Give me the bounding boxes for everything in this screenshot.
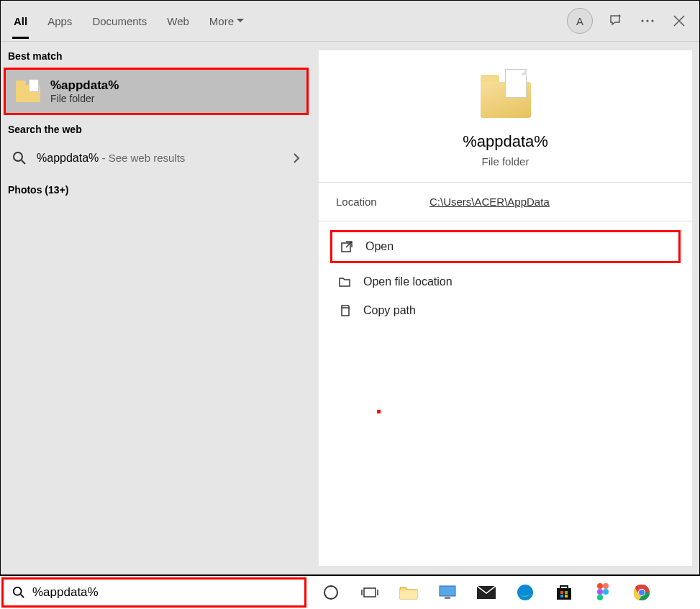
location-row: Location C:\Users\ACER\AppData	[319, 183, 692, 221]
svg-rect-18	[565, 595, 568, 597]
open-file-location-label: Open file location	[363, 275, 453, 288]
header: All Apps Documents Web More A	[1, 1, 699, 42]
copy-path-label: Copy path	[363, 304, 416, 317]
chevron-right-icon	[293, 152, 300, 164]
svg-point-13	[517, 585, 533, 600]
svg-point-20	[603, 583, 609, 589]
folder-icon	[481, 73, 531, 118]
svg-point-0	[641, 19, 643, 22]
feedback-icon[interactable]	[607, 12, 624, 29]
open-action[interactable]: Open	[330, 230, 681, 263]
tab-web[interactable]: Web	[165, 4, 191, 39]
svg-point-21	[597, 589, 603, 595]
best-match-text: %appdata% File folder	[50, 78, 119, 104]
edge-icon[interactable]	[514, 581, 537, 604]
web-result-term: %appdata%	[37, 152, 99, 164]
svg-rect-16	[565, 591, 568, 594]
svg-point-19	[597, 583, 603, 589]
location-value[interactable]: C:\Users\ACER\AppData	[429, 196, 550, 208]
more-options-icon[interactable]	[639, 12, 656, 29]
chevron-down-icon	[237, 19, 244, 23]
svg-rect-9	[400, 590, 417, 599]
web-result[interactable]: %appdata% - See web results	[1, 141, 312, 175]
task-view-icon[interactable]	[358, 581, 381, 604]
app-monitor-icon[interactable]	[436, 581, 459, 604]
tab-all[interactable]: All	[12, 4, 29, 39]
svg-point-1	[646, 19, 648, 22]
search-box[interactable]	[1, 577, 306, 608]
copy-icon	[337, 303, 352, 318]
open-label: Open	[365, 240, 394, 253]
results-panel: Best match %appdata% File folder Search …	[1, 42, 312, 574]
svg-rect-10	[440, 586, 455, 596]
copy-path-action[interactable]: Copy path	[330, 296, 681, 325]
bottom-bar	[0, 575, 700, 609]
tab-more[interactable]: More	[208, 4, 245, 39]
header-right: A	[567, 8, 688, 34]
svg-rect-11	[445, 597, 450, 599]
actions-list: Open Open file location Copy path	[319, 221, 692, 334]
detail-panel: %appdata% File folder Location C:\Users\…	[312, 42, 699, 574]
svg-rect-5	[342, 308, 349, 316]
best-match-result[interactable]: %appdata% File folder	[4, 68, 309, 115]
annotation-dot	[377, 410, 381, 413]
svg-point-22	[603, 589, 609, 595]
detail-card: %appdata% File folder Location C:\Users\…	[319, 50, 692, 566]
mail-icon[interactable]	[475, 581, 498, 604]
file-explorer-icon[interactable]	[397, 581, 420, 604]
tab-more-label: More	[209, 15, 234, 27]
best-match-title: %appdata%	[50, 78, 119, 93]
search-input[interactable]	[32, 585, 296, 600]
svg-rect-17	[560, 595, 563, 597]
best-match-label: Best match	[1, 42, 312, 68]
taskbar	[308, 576, 700, 609]
search-icon	[12, 586, 25, 599]
search-icon	[12, 151, 27, 165]
svg-rect-8	[364, 588, 376, 597]
chrome-icon[interactable]	[630, 581, 653, 604]
location-label: Location	[336, 196, 429, 208]
header-tabs: All Apps Documents Web More	[12, 4, 567, 39]
detail-title: %appdata%	[333, 132, 678, 151]
open-icon	[340, 239, 354, 254]
svg-point-26	[639, 590, 645, 595]
store-icon[interactable]	[553, 581, 576, 604]
close-icon[interactable]	[671, 12, 688, 29]
figma-icon[interactable]	[591, 581, 614, 604]
open-file-location-action[interactable]: Open file location	[330, 267, 681, 296]
photos-label[interactable]: Photos (13+)	[1, 175, 312, 201]
web-result-desc: - See web results	[99, 152, 185, 164]
svg-point-7	[324, 586, 337, 599]
svg-point-2	[651, 19, 653, 22]
svg-point-23	[597, 595, 603, 600]
svg-rect-14	[557, 588, 571, 600]
folder-outline-icon	[337, 275, 352, 289]
tab-documents[interactable]: Documents	[91, 4, 148, 39]
detail-subtitle: File folder	[333, 155, 678, 168]
cortana-icon[interactable]	[319, 581, 342, 604]
svg-point-3	[14, 152, 22, 161]
svg-rect-15	[560, 591, 563, 594]
svg-point-6	[14, 587, 22, 595]
user-avatar[interactable]: A	[567, 8, 593, 34]
best-match-subtitle: File folder	[50, 93, 119, 104]
search-web-label: Search the web	[1, 115, 312, 141]
tab-apps[interactable]: Apps	[46, 4, 73, 39]
folder-icon	[16, 81, 40, 102]
